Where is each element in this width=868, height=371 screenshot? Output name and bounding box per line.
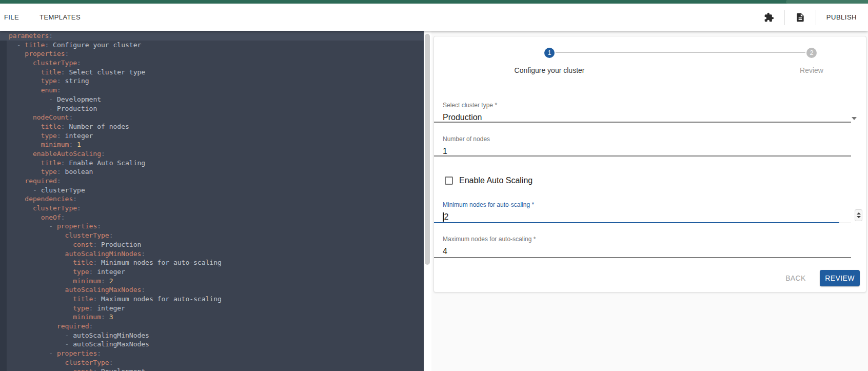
code-line: const: Development	[0, 367, 424, 371]
max-nodes-label: Maximum nodes for auto-scaling *	[443, 236, 860, 243]
code-line: - Development	[0, 95, 424, 104]
step-1-circle: 1	[544, 48, 555, 58]
max-nodes-value: 4	[443, 247, 447, 256]
chevron-down-icon[interactable]	[852, 117, 857, 120]
code-line: clusterType:	[0, 231, 424, 240]
code-line: - Production	[0, 104, 424, 113]
text-caret	[443, 212, 444, 222]
code-line: clusterType:	[0, 358, 424, 367]
code-line: - properties:	[0, 222, 424, 231]
toolbar-divider	[784, 10, 785, 25]
stepper-step-1: 1 Configure your cluster	[493, 48, 606, 74]
template-wizard-panel: 1 Configure your cluster 2 Review Select…	[431, 31, 868, 371]
code-line: required:	[0, 177, 424, 186]
code-line: title: Minimum nodes for auto-scaling	[0, 258, 424, 267]
max-nodes-underline	[434, 257, 851, 258]
code-line: - autoScalingMaxNodes	[0, 340, 424, 349]
code-line: - autoScalingMinNodes	[0, 331, 424, 340]
code-line: oneOf:	[0, 213, 424, 222]
file-icon	[795, 12, 805, 23]
puzzle-piece-icon	[764, 12, 774, 23]
cluster-type-underline	[434, 122, 851, 123]
extension-icon[interactable]	[759, 7, 779, 28]
wizard-card: 1 Configure your cluster 2 Review Select…	[433, 36, 866, 292]
code-line: title: Maximum nodes for auto-scaling	[0, 295, 424, 304]
spinner-down-icon[interactable]	[857, 216, 861, 218]
code-line: enableAutoScaling:	[0, 149, 424, 159]
code-line: minimum: 3	[0, 313, 424, 322]
review-button[interactable]: REVIEW	[820, 270, 860, 286]
toolbar-divider	[816, 10, 816, 25]
code-line: minimum: 2	[0, 277, 424, 286]
yaml-code-editor[interactable]: parameters: - title: Configure your clus…	[0, 31, 424, 371]
code-line: type: integer	[0, 267, 424, 277]
code-line: type: integer	[0, 131, 424, 141]
code-line: parameters:	[0, 31, 424, 41]
step-2-label: Review	[755, 66, 868, 74]
menu-bar: FILE TEMPLATES	[0, 4, 868, 31]
code-line: type: integer	[0, 304, 424, 313]
top-bar: FILE TEMPLATES PUBLISH	[0, 0, 868, 31]
stepper-step-2: 2 Review	[755, 48, 868, 74]
min-nodes-value: 2	[444, 212, 449, 221]
max-nodes-input[interactable]: 4	[443, 247, 860, 258]
node-count-field[interactable]: Number of nodes 1	[443, 135, 860, 158]
auto-scaling-checkbox[interactable]	[445, 177, 453, 185]
document-icon[interactable]	[790, 7, 811, 28]
code-line: title: Enable Auto Scaling	[0, 159, 424, 168]
min-nodes-underline-tail	[839, 223, 851, 223]
code-line: enum:	[0, 86, 424, 95]
code-line: autoScalingMaxNodes:	[0, 285, 424, 295]
node-count-label: Number of nodes	[443, 135, 860, 143]
menu-templates[interactable]: TEMPLATES	[40, 8, 81, 26]
code-line: const: Production	[0, 240, 424, 249]
back-button[interactable]: BACK	[778, 270, 814, 286]
code-line: type: string	[0, 76, 424, 86]
node-count-underline	[434, 155, 851, 157]
code-line: clusterType:	[0, 58, 424, 68]
top-bar-actions: PUBLISH	[759, 4, 860, 31]
min-nodes-underline-focused	[434, 222, 839, 223]
step-2-circle: 2	[806, 48, 817, 58]
code-line: title: Select cluster type	[0, 68, 424, 77]
spinner-up-icon[interactable]	[857, 212, 861, 214]
editor-scrollbar-thumb[interactable]	[425, 34, 430, 265]
code-line: - clusterType	[0, 186, 424, 195]
cluster-type-field[interactable]: Select cluster type * Production	[443, 102, 860, 124]
code-line: clusterType:	[0, 204, 424, 213]
code-line: dependencies:	[0, 194, 424, 204]
code-line: nodeCount:	[0, 113, 424, 122]
code-line: title: Number of nodes	[0, 122, 424, 131]
code-line: - title: Configure your cluster	[0, 41, 424, 50]
menu-file[interactable]: FILE	[4, 8, 19, 26]
code-line: type: boolean	[0, 167, 424, 177]
min-nodes-field[interactable]: Minimum nodes for auto-scaling * 2	[443, 201, 860, 224]
auto-scaling-checkbox-row[interactable]: Enable Auto Scaling	[445, 176, 532, 185]
brand-strip	[0, 0, 868, 4]
max-nodes-field[interactable]: Maximum nodes for auto-scaling * 4	[443, 236, 860, 258]
number-spinner[interactable]	[855, 209, 862, 221]
wizard-actions: BACK REVIEW	[434, 270, 860, 286]
code-line: autoScalingMinNodes:	[0, 249, 424, 259]
step-1-label: Configure your cluster	[493, 66, 606, 74]
code-editor-content: parameters: - title: Configure your clus…	[0, 31, 424, 371]
auto-scaling-label: Enable Auto Scaling	[459, 176, 532, 185]
code-line: properties:	[0, 49, 424, 58]
cluster-type-label: Select cluster type *	[443, 102, 860, 109]
code-line: required:	[0, 322, 424, 331]
min-nodes-label: Minimum nodes for auto-scaling *	[443, 201, 860, 208]
cluster-type-value: Production	[443, 113, 482, 122]
code-line: minimum: 1	[0, 140, 424, 149]
publish-button[interactable]: PUBLISH	[823, 8, 860, 26]
code-line: - properties:	[0, 349, 424, 358]
node-count-value: 1	[443, 147, 447, 155]
app-window: FILE TEMPLATES PUBLISH parameters: - tit…	[0, 0, 868, 371]
brand-strip-accent	[786, 0, 868, 4]
editor-scrollbar-track[interactable]	[424, 31, 431, 371]
